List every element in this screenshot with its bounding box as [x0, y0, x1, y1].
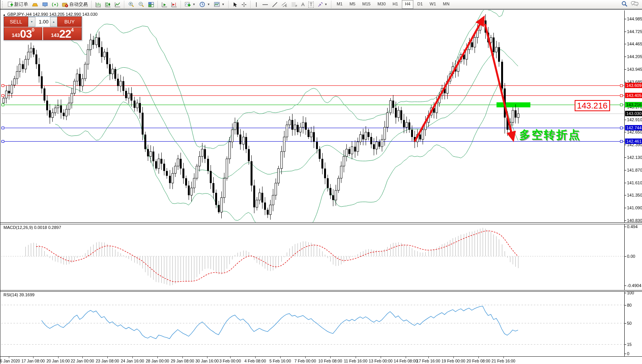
price-chart-canvas[interactable]	[0, 0, 642, 364]
periods-button[interactable]: ▼	[198, 0, 212, 9]
tab-timeframe-m1[interactable]: M1	[334, 0, 346, 9]
tile-windows-icon	[148, 2, 154, 7]
volume-increase-button[interactable]: ▲	[50, 17, 57, 27]
line-handle[interactable]	[620, 127, 623, 129]
tab-timeframe-m15[interactable]: M15	[359, 0, 373, 9]
buy-price-point: 4	[71, 28, 74, 32]
line-handle[interactable]	[2, 127, 4, 129]
new-order-icon	[7, 2, 13, 7]
zoom-out-button[interactable]	[137, 0, 146, 9]
new-order-button[interactable]: 新订单	[6, 0, 30, 9]
buy-button[interactable]: BUY	[57, 17, 82, 27]
macd-axis-tick-label: -0.4904	[627, 283, 641, 288]
channel-button[interactable]: E	[280, 0, 289, 9]
auto-scroll-icon	[162, 2, 167, 7]
autotrading-button[interactable]: 自动交易	[60, 0, 89, 9]
tab-timeframe-m30[interactable]: M30	[374, 0, 389, 9]
toolbar-separator	[91, 1, 92, 8]
zoom-in-button[interactable]	[127, 0, 136, 9]
crosshair-button[interactable]	[240, 0, 248, 9]
line-chart-button[interactable]	[113, 0, 122, 9]
line-handle[interactable]	[2, 140, 4, 143]
date-axis-tick	[58, 357, 59, 358]
terminal-button[interactable]	[40, 0, 50, 9]
text-tool-button[interactable]: A	[300, 0, 306, 9]
tile-windows-button[interactable]	[147, 0, 155, 9]
date-axis-tick	[381, 357, 381, 358]
gold-icon	[32, 2, 38, 7]
tab-timeframe-d1[interactable]: D1	[414, 0, 426, 9]
date-axis-tick	[9, 357, 9, 358]
line-handle[interactable]	[2, 104, 4, 106]
line-handle[interactable]	[2, 94, 4, 97]
rsi-axis-tick-label: 15	[627, 342, 632, 347]
vertical-line-button[interactable]	[253, 0, 260, 9]
date-axis-tick	[230, 357, 231, 358]
level-price-label: 143.216	[625, 102, 642, 107]
date-axis-label: 28 Jan 00:00	[146, 359, 169, 363]
horizontal-line-icon	[262, 2, 268, 7]
level-price-label: 142.461	[625, 139, 642, 144]
cursor-button[interactable]	[231, 0, 239, 9]
rsi-axis-tick-label: 80	[627, 303, 632, 307]
tab-timeframe-h4[interactable]: H4	[402, 0, 413, 9]
date-axis-label: 11 Feb 16:00	[344, 359, 367, 363]
terminal-icon	[42, 2, 48, 7]
date-axis-label: 4 Feb 08:00	[244, 359, 266, 363]
price-axis-tick-label: 141.870	[627, 168, 642, 172]
horizontal-line-button[interactable]	[261, 0, 270, 9]
date-axis-tick	[330, 357, 331, 358]
sell-button[interactable]: SELL	[4, 17, 28, 27]
svg-text:E: E	[285, 5, 287, 7]
tab-timeframe-mn[interactable]: MN	[440, 0, 453, 9]
turning-point-text: 多空转折点	[519, 127, 581, 143]
line-handle[interactable]	[620, 104, 623, 106]
indicators-button[interactable]: ▼	[183, 0, 197, 9]
rsi-axis-tick-label: 100	[627, 291, 634, 295]
fibonacci-icon: F	[291, 2, 298, 7]
chart-shift-button[interactable]	[170, 0, 179, 9]
date-axis-label: 17 Jan 08:00	[22, 359, 45, 363]
volume-input[interactable]: 1.00	[35, 17, 50, 27]
trendline-button[interactable]	[271, 0, 279, 9]
label-tool-button[interactable]: T	[307, 0, 315, 9]
line-handle[interactable]	[620, 94, 623, 97]
templates-button[interactable]: ▼	[212, 0, 226, 9]
current-price-label: 143.030	[625, 111, 642, 116]
rsi-axis-tick-label: 0	[627, 351, 629, 356]
price-axis-tick	[624, 44, 626, 44]
line-handle[interactable]	[620, 84, 623, 87]
search-icon[interactable]	[621, 1, 628, 8]
date-axis-tick	[478, 357, 479, 358]
zoom-in-icon	[128, 2, 134, 7]
macd-indicator-label: MACD(12,26,9) 0.0018 0.2897	[3, 225, 61, 230]
dropdown-caret-icon: ▼	[207, 3, 210, 6]
chat-icon[interactable]	[631, 1, 639, 8]
tab-timeframe-m5[interactable]: M5	[346, 0, 358, 9]
rsi-panel-divider[interactable]	[0, 290, 642, 292]
auto-scroll-button[interactable]	[160, 0, 169, 9]
price-axis-border	[624, 10, 625, 356]
price-callout[interactable]: 143.216	[575, 100, 610, 111]
bar-chart-button[interactable]	[94, 0, 103, 9]
macd-panel-divider[interactable]	[0, 222, 642, 224]
gold-button[interactable]	[30, 0, 40, 9]
sell-price-display[interactable]: 143030	[4, 27, 42, 40]
line-handle[interactable]	[2, 84, 4, 87]
tab-timeframe-h1[interactable]: H1	[390, 0, 401, 9]
fibonacci-button[interactable]: F	[290, 0, 299, 9]
date-axis-tick	[132, 357, 133, 358]
line-handle[interactable]	[620, 140, 623, 143]
autotrading-icon	[62, 2, 68, 7]
arrows-tool-button[interactable]: ▼	[316, 0, 329, 9]
indicators-icon	[185, 2, 191, 7]
tab-timeframe-w1[interactable]: W1	[426, 0, 439, 9]
buy-price-display[interactable]: 143224	[43, 27, 82, 40]
date-axis-label: 5 Feb 16:00	[269, 359, 291, 363]
signals-button[interactable]	[50, 0, 60, 9]
price-axis-tick-label: 141.610	[627, 180, 642, 185]
toolbar-grip[interactable]	[2, 1, 4, 8]
candlestick-button[interactable]	[104, 0, 112, 9]
volume-decrease-button[interactable]: ▼	[28, 17, 35, 27]
dropdown-caret-icon: ▼	[192, 3, 196, 6]
